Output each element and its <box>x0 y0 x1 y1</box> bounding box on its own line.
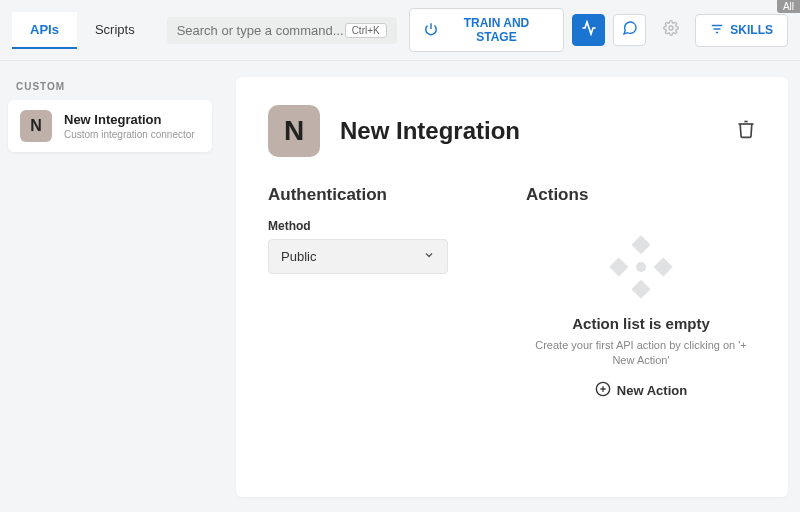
skills-label: SKILLS <box>730 23 773 37</box>
tab-apis[interactable]: APIs <box>12 12 77 49</box>
sidebar-item-subtitle: Custom integration connector <box>64 129 195 140</box>
chat-button[interactable] <box>613 14 646 46</box>
sidebar: CUSTOM N New Integration Custom integrat… <box>0 61 220 512</box>
method-label: Method <box>268 219 498 233</box>
new-action-label: New Action <box>617 383 687 398</box>
skills-button[interactable]: SKILLS <box>695 14 788 47</box>
header-tabs: APIs Scripts <box>12 12 153 49</box>
auth-heading: Authentication <box>268 185 498 205</box>
empty-title: Action list is empty <box>572 315 710 332</box>
search-input[interactable] <box>177 23 345 38</box>
actions-heading: Actions <box>526 185 756 205</box>
command-search[interactable]: Ctrl+K <box>167 17 397 44</box>
svg-point-5 <box>636 262 646 272</box>
corner-all-tag: All <box>777 0 800 13</box>
main-panel: N New Integration Authentication Method … <box>220 61 800 512</box>
method-value: Public <box>281 249 316 264</box>
trash-icon <box>736 125 756 142</box>
new-action-button[interactable]: New Action <box>595 381 687 400</box>
filter-icon <box>710 22 724 39</box>
svg-point-1 <box>669 26 673 30</box>
sidebar-section-custom: CUSTOM <box>8 73 212 100</box>
sidebar-item-text: New Integration Custom integration conne… <box>64 112 195 140</box>
empty-puzzle-icon <box>603 229 679 305</box>
activity-icon <box>581 20 597 40</box>
chevron-down-icon <box>423 249 435 264</box>
top-header: APIs Scripts Ctrl+K TRAIN AND STAGE SKIL… <box>0 0 800 61</box>
shortcut-hint: Ctrl+K <box>345 23 387 38</box>
train-stage-label: TRAIN AND STAGE <box>444 16 550 44</box>
train-stage-button[interactable]: TRAIN AND STAGE <box>409 8 565 52</box>
chat-icon <box>622 20 638 40</box>
plus-circle-icon <box>595 381 611 400</box>
integration-icon: N <box>268 105 320 157</box>
method-select[interactable]: Public <box>268 239 448 274</box>
integration-initial-icon: N <box>20 110 52 142</box>
actions-column: Actions Action list is empty Create your… <box>526 185 756 400</box>
power-icon <box>424 22 438 39</box>
integration-card: N New Integration Authentication Method … <box>236 77 788 497</box>
empty-state: Action list is empty Create your first A… <box>526 219 756 400</box>
card-header: N New Integration <box>268 105 756 157</box>
delete-button[interactable] <box>736 119 756 143</box>
authentication-column: Authentication Method Public <box>268 185 498 400</box>
tab-scripts[interactable]: Scripts <box>77 12 153 49</box>
empty-text: Create your first API action by clicking… <box>526 338 756 369</box>
integration-title: New Integration <box>340 117 716 145</box>
sidebar-item-new-integration[interactable]: N New Integration Custom integration con… <box>8 100 212 152</box>
activity-button[interactable] <box>572 14 605 46</box>
gear-icon <box>663 20 679 40</box>
sidebar-item-title: New Integration <box>64 112 195 127</box>
settings-button[interactable] <box>654 14 687 46</box>
